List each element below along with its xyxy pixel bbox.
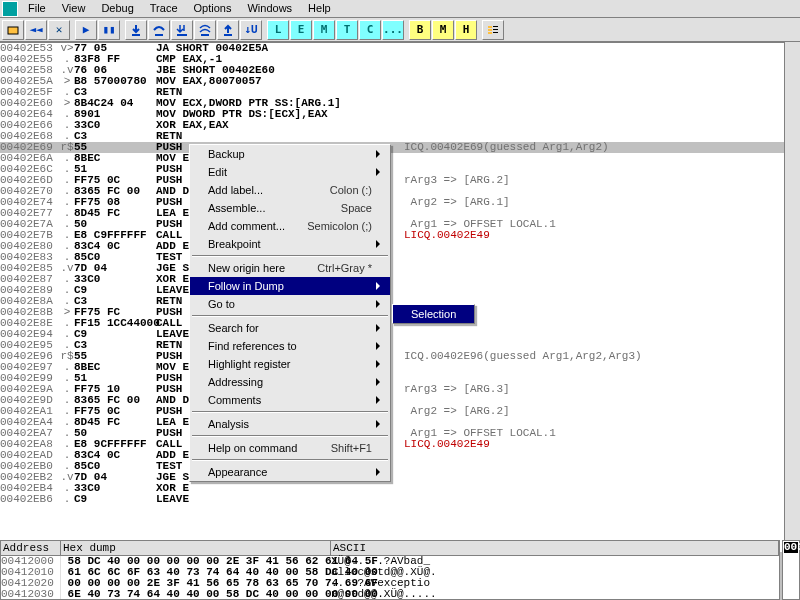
- ctx-item[interactable]: Search for: [190, 319, 390, 337]
- disasm-row[interactable]: 00402E97.8BECMOV E: [0, 362, 800, 373]
- threads-button[interactable]: T: [336, 20, 358, 40]
- disasm-mnemonic: XOR E: [156, 483, 404, 494]
- ctx-separator: [192, 255, 388, 257]
- disasm-scrollbar[interactable]: [784, 42, 800, 540]
- memory-button[interactable]: M: [313, 20, 335, 40]
- ctx-label: New origin here: [208, 262, 317, 274]
- ctx-item[interactable]: New origin hereCtrl+Gray *: [190, 259, 390, 277]
- disasm-row[interactable]: 00402E85.v7D 04JGE S: [0, 263, 800, 274]
- disasm-row[interactable]: 00402E95.C3RETN: [0, 340, 800, 351]
- menu-help[interactable]: Help: [300, 0, 339, 17]
- disasm-row[interactable]: 00402EAD.83C4 0CADD E: [0, 450, 800, 461]
- mem-bp-button[interactable]: M: [432, 20, 454, 40]
- ctx-label: Analysis: [208, 418, 372, 430]
- disasm-comment: rArg3 => [ARG.2]: [404, 175, 800, 186]
- ctx-item[interactable]: Go to: [190, 295, 390, 313]
- disasm-mnemonic: MOV EAX,80070057: [156, 76, 404, 87]
- disasm-row[interactable]: 00402E69r$55PUSH ICQ.00402E69(guessed Ar…: [0, 142, 800, 153]
- stack-pane[interactable]: 0033E: [782, 540, 800, 600]
- disasm-comment: [404, 362, 800, 373]
- ctx-item[interactable]: Add label...Colon (:): [190, 181, 390, 199]
- rewind-button[interactable]: ◄◄: [25, 20, 47, 40]
- step-over-button[interactable]: [148, 20, 170, 40]
- run-to-user-button[interactable]: ↓U: [240, 20, 262, 40]
- cpu-button[interactable]: C: [359, 20, 381, 40]
- ctx-item[interactable]: Edit: [190, 163, 390, 181]
- hexdump-pane[interactable]: Address Hex dump ASCII 00412000 58 DC 40…: [0, 540, 780, 600]
- disasm-comment: rArg3 => [ARG.3]: [404, 384, 800, 395]
- disasm-row[interactable]: 00402EB2.v7D 04JGE S: [0, 472, 800, 483]
- disasm-row[interactable]: 00402E70.8365 FC 00AND D: [0, 186, 800, 197]
- log-button[interactable]: L: [267, 20, 289, 40]
- disasm-row[interactable]: 00402EB6.C9LEAVE: [0, 494, 800, 505]
- open-button[interactable]: [2, 20, 24, 40]
- run-till-return-button[interactable]: [217, 20, 239, 40]
- disasm-comment: [404, 65, 800, 76]
- pause-button[interactable]: ▮▮: [98, 20, 120, 40]
- disasm-row[interactable]: 00402EB4.33C0XOR E: [0, 483, 800, 494]
- ctx-item[interactable]: Help on commandShift+F1: [190, 439, 390, 457]
- submenu-selection[interactable]: Selection: [393, 305, 474, 323]
- disasm-comment: LICQ.00402E49: [404, 230, 800, 241]
- disasm-row[interactable]: 00402EB0.85C0TEST: [0, 461, 800, 472]
- disasm-row[interactable]: 00402E99.51PUSH: [0, 373, 800, 384]
- ctx-item[interactable]: Highlight register: [190, 355, 390, 373]
- disasm-row[interactable]: 00402E55.83F8 FFCMP EAX,-1: [0, 54, 800, 65]
- disasm-row[interactable]: 00402E96r$55PUSH ICQ.00402E96(guessed Ar…: [0, 351, 800, 362]
- disasm-row[interactable]: 00402E64.8901MOV DWORD PTR DS:[ECX],EAX: [0, 109, 800, 120]
- disasm-row[interactable]: 00402E6C.51PUSH: [0, 164, 800, 175]
- ctx-item[interactable]: Comments: [190, 391, 390, 409]
- options-button[interactable]: [482, 20, 504, 40]
- disassembly-pane[interactable]: 00402E53v>77 05JA SHORT 00402E5A00402E55…: [0, 42, 800, 540]
- trace-over-button[interactable]: [194, 20, 216, 40]
- disasm-row[interactable]: 00402E9D.8365 FC 00AND D: [0, 395, 800, 406]
- ctx-item[interactable]: Add comment...Semicolon (;): [190, 217, 390, 235]
- disasm-row[interactable]: 00402EA4.8D45 FCLEA E: [0, 417, 800, 428]
- disasm-row[interactable]: 00402E83.85C0TEST: [0, 252, 800, 263]
- disasm-row[interactable]: 00402E60>8B4C24 04MOV ECX,DWORD PTR SS:[…: [0, 98, 800, 109]
- disasm-row[interactable]: 00402E66.33C0XOR EAX,EAX: [0, 120, 800, 131]
- step-into-button[interactable]: [125, 20, 147, 40]
- ctx-item[interactable]: Assemble...Space: [190, 199, 390, 217]
- disasm-row[interactable]: 00402EA1.FF75 0CPUSH Arg2 => [ARG.2]: [0, 406, 800, 417]
- modules-button[interactable]: E: [290, 20, 312, 40]
- ctx-item[interactable]: Addressing: [190, 373, 390, 391]
- disasm-row[interactable]: 00402E7B.E8 C9FFFFFFCALL LICQ.00402E49: [0, 230, 800, 241]
- disasm-row[interactable]: 00402E77.8D45 FCLEA E: [0, 208, 800, 219]
- menu-options[interactable]: Options: [186, 0, 240, 17]
- ctx-item[interactable]: Analysis: [190, 415, 390, 433]
- disasm-row[interactable]: 00402EA8.E8 9CFFFFFFCALL LICQ.00402E49: [0, 439, 800, 450]
- trace-into-button[interactable]: [171, 20, 193, 40]
- disasm-row[interactable]: 00402E87.33C0XOR E: [0, 274, 800, 285]
- menu-trace[interactable]: Trace: [142, 0, 186, 17]
- menu-view[interactable]: View: [54, 0, 94, 17]
- ctx-item[interactable]: Follow in Dump: [190, 277, 390, 295]
- disasm-row[interactable]: 00402E68.C3RETN: [0, 131, 800, 142]
- ctx-item[interactable]: Backup: [190, 145, 390, 163]
- ctx-item[interactable]: Breakpoint: [190, 235, 390, 253]
- menu-debug[interactable]: Debug: [93, 0, 141, 17]
- disasm-row[interactable]: 00402E89.C9LEAVE: [0, 285, 800, 296]
- context-submenu[interactable]: Selection: [392, 304, 475, 324]
- run-button[interactable]: ▶: [75, 20, 97, 40]
- context-menu[interactable]: BackupEditAdd label...Colon (:)Assemble.…: [189, 144, 391, 482]
- disasm-comment: [404, 461, 800, 472]
- disasm-row[interactable]: 00402E6A.8BECMOV E: [0, 153, 800, 164]
- ctx-item[interactable]: Appearance: [190, 463, 390, 481]
- menu-file[interactable]: File: [20, 0, 54, 17]
- disasm-row[interactable]: 00402E80.83C4 0CADD E: [0, 241, 800, 252]
- disasm-row[interactable]: 00402E5A>B8 57000780MOV EAX,80070057: [0, 76, 800, 87]
- hw-bp-button[interactable]: H: [455, 20, 477, 40]
- svg-rect-4: [201, 34, 209, 36]
- disasm-row[interactable]: 00402E53v>77 05JA SHORT 00402E5A: [0, 43, 800, 54]
- disasm-row[interactable]: 00402E74.FF75 08PUSH Arg2 => [ARG.1]: [0, 197, 800, 208]
- breakpoints-button[interactable]: B: [409, 20, 431, 40]
- ctx-label: Breakpoint: [208, 238, 372, 250]
- menu-windows[interactable]: Windows: [239, 0, 300, 17]
- more-button[interactable]: ...: [382, 20, 404, 40]
- disasm-comment: [404, 43, 800, 54]
- disasm-row[interactable]: 00402E94.C9LEAVE: [0, 329, 800, 340]
- close-button[interactable]: ✕: [48, 20, 70, 40]
- ctx-label: Addressing: [208, 376, 372, 388]
- ctx-item[interactable]: Find references to: [190, 337, 390, 355]
